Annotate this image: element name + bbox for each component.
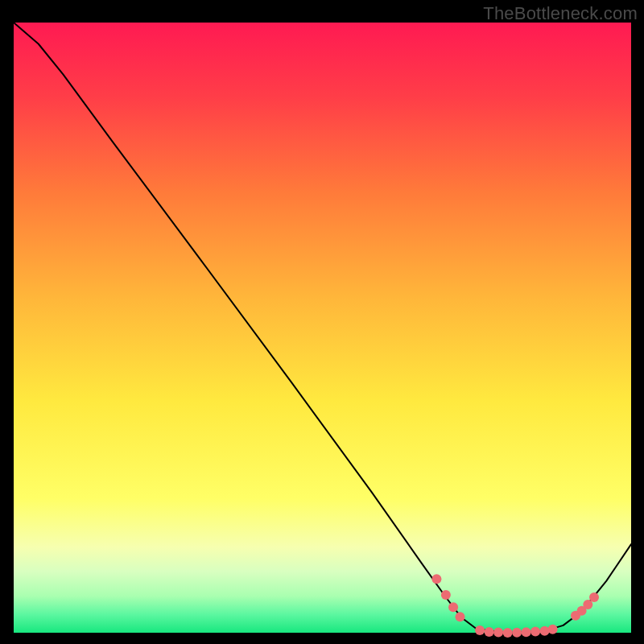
bottleneck-chart bbox=[0, 0, 644, 644]
data-marker bbox=[530, 627, 540, 637]
chart-frame: TheBottleneck.com bbox=[0, 0, 644, 644]
data-marker bbox=[522, 627, 531, 637]
data-marker bbox=[540, 626, 550, 636]
watermark-text: TheBottleneck.com bbox=[483, 3, 638, 24]
data-marker bbox=[512, 628, 522, 638]
data-marker bbox=[448, 602, 458, 612]
data-marker bbox=[493, 628, 503, 638]
data-marker bbox=[475, 625, 485, 635]
data-marker bbox=[441, 590, 451, 600]
data-marker bbox=[503, 628, 513, 638]
data-marker bbox=[456, 612, 465, 621]
gradient-background bbox=[14, 23, 631, 633]
data-marker bbox=[485, 627, 494, 637]
data-marker bbox=[589, 592, 599, 602]
data-marker bbox=[548, 625, 558, 634]
data-marker bbox=[583, 600, 592, 609]
data-marker bbox=[431, 574, 441, 584]
